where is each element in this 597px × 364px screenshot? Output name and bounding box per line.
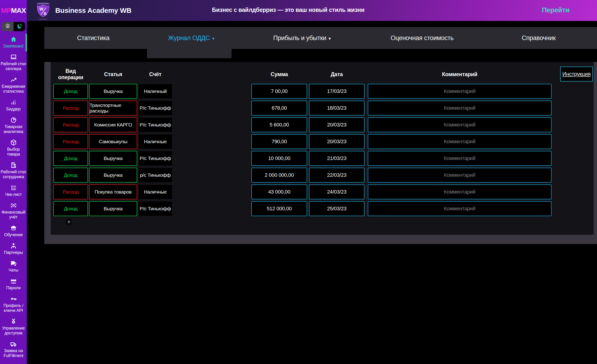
tab-reference[interactable]: Справочник (480, 27, 597, 49)
partner-icon (10, 242, 17, 249)
sidebar-item-passwords[interactable]: Пароли (0, 278, 27, 290)
mpmax-logo: MPMAX (0, 0, 27, 21)
sidebar-item-bidder[interactable]: Биддер (0, 99, 27, 112)
table-row: ДоходВыручкаНаличный7 00,0017/03/23 (53, 84, 594, 99)
sidebar-item-employee-desk[interactable]: Рабочий стол сотрудника (0, 162, 27, 179)
account-cell[interactable]: Р/с Тинькофф (138, 151, 172, 166)
operation-type-cell[interactable]: Доход (53, 151, 88, 166)
tab-profit-loss[interactable]: Прибыль и убытки▾ (240, 27, 364, 49)
sidebar-item-label: Партнеры (0, 250, 27, 255)
comment-cell[interactable] (368, 168, 551, 182)
date-cell[interactable]: 20/03/23 (309, 117, 364, 132)
sidebar-item-profile-api[interactable]: Профиль / ключи API (0, 295, 27, 313)
go-button[interactable]: Перейти (540, 6, 571, 14)
table-row: ДоходВыручкаР/с Тинькофф10 000,0021/03/2… (53, 151, 594, 166)
sum-cell[interactable]: 10 000,00 (251, 151, 307, 166)
comment-input[interactable] (373, 189, 546, 195)
sidebar-item-product-analytics[interactable]: Товарная аналитика (0, 116, 27, 134)
date-cell[interactable]: 24/03/23 (309, 184, 364, 199)
article-cell[interactable]: Выручка (89, 151, 137, 166)
sidebar-item-chats[interactable]: Чаты (0, 260, 27, 273)
sum-cell[interactable]: 678,00 (251, 101, 307, 115)
comment-cell[interactable] (368, 101, 551, 115)
operation-type-cell[interactable]: Расход (53, 101, 88, 115)
operation-type-cell[interactable]: Доход (53, 168, 88, 182)
article-cell[interactable]: Транспортные расходы (89, 101, 137, 115)
sidebar-item-seller-desk[interactable]: Рабочий стол селлера (0, 53, 27, 71)
account-cell[interactable]: р/с Тинькофф (138, 168, 172, 182)
article-cell[interactable]: Выручка (89, 201, 137, 216)
account-cell[interactable]: Р/с Тинькофф (138, 101, 172, 115)
top-header: BUSINESS ACADEMY W B INTERNATIONAL Busin… (27, 0, 597, 21)
tab-statistics[interactable]: Статистика (44, 27, 142, 49)
comment-input[interactable] (373, 205, 546, 212)
sidebar-item-product-selection[interactable]: Выбор товара (0, 139, 27, 157)
wb-shield-logo: BUSINESS ACADEMY W B INTERNATIONAL (35, 1, 52, 21)
sidebar-item-finance[interactable]: Финансовый учёт (0, 202, 27, 220)
operation-type-cell[interactable]: Доход (53, 201, 88, 216)
sum-cell[interactable]: 790,00 (251, 134, 307, 149)
operation-type-cell[interactable]: Расход (53, 134, 88, 149)
shield-caption: INTERNATIONAL (39, 19, 47, 20)
account-cell[interactable]: Наличные (138, 134, 172, 149)
comment-cell[interactable] (368, 117, 551, 132)
sum-cell[interactable]: 43 000,00 (251, 184, 307, 199)
light-theme-button[interactable] (2, 22, 14, 31)
sidebar-item-dashboard[interactable]: Dashboard (0, 36, 27, 49)
article-cell[interactable]: Покупка товаров (89, 184, 137, 199)
sidebar-item-daily-stats[interactable]: Ежедневная статистика (0, 76, 27, 94)
comment-input[interactable] (373, 105, 546, 111)
comment-input[interactable] (373, 172, 546, 178)
article-cell[interactable]: Комиссия КАРГО (89, 117, 137, 132)
add-row-button[interactable]: + (65, 219, 72, 225)
instruction-button[interactable]: Инструкция (560, 67, 593, 82)
account-cell[interactable]: Наличные (138, 184, 172, 199)
date-cell[interactable]: 17/03/23 (309, 84, 364, 99)
comment-cell[interactable] (368, 134, 551, 149)
sidebar-item-education[interactable]: Обучение (0, 225, 27, 237)
article-cell[interactable]: Выручка (89, 84, 137, 99)
sidebar-item-fulfillment[interactable]: Заявка на FulFillment (0, 341, 27, 358)
comment-input[interactable] (373, 138, 546, 145)
operation-type-cell[interactable]: Доход (53, 84, 88, 99)
active-tab-notch (147, 49, 232, 58)
sidebar-item-partners[interactable]: Партнеры (0, 242, 27, 255)
article-cell[interactable]: Выручка (89, 168, 137, 182)
sum-cell[interactable]: 7 00,00 (251, 84, 307, 99)
comment-cell[interactable] (368, 151, 551, 166)
shield-w-letter: W (40, 7, 44, 11)
table-row: ДоходВыручкаР/с Тинькофф512 000,0025/03/… (53, 201, 594, 216)
operation-type-cell[interactable]: Расход (53, 117, 88, 132)
date-cell[interactable]: 20/03/23 (309, 134, 364, 149)
date-cell[interactable]: 25/03/23 (309, 201, 364, 216)
comment-cell[interactable] (368, 201, 551, 216)
box-icon (10, 139, 17, 146)
column-header-article: Статья (89, 71, 137, 77)
comment-input[interactable] (373, 155, 546, 162)
tab-odds-journal[interactable]: Журнал ОДДС▾ (142, 27, 240, 49)
account-cell[interactable]: Р/с Тинькофф (138, 201, 172, 216)
dark-theme-button[interactable] (14, 22, 25, 31)
main-area: СтатистикаЖурнал ОДДС▾Прибыль и убытки▾О… (44, 27, 597, 244)
sum-cell[interactable]: 2 000 000,00 (251, 168, 307, 182)
account-cell[interactable]: Наличный (138, 84, 172, 99)
sum-cell[interactable]: 512 000,00 (251, 201, 307, 216)
operation-type-cell[interactable]: Расход (53, 184, 88, 199)
date-cell[interactable]: 22/03/23 (309, 168, 364, 182)
date-cell[interactable]: 21/03/23 (309, 151, 364, 166)
comment-cell[interactable] (368, 184, 551, 199)
medal-icon (10, 318, 17, 325)
account-cell[interactable]: Р/с Тинькофф (138, 117, 172, 132)
table-row: РасходКомиссия КАРГОР/с Тинькофф5 600,00… (53, 117, 594, 132)
comment-cell[interactable] (368, 84, 551, 99)
sidebar-item-checklist[interactable]: Чек-лист (0, 184, 27, 197)
tab-valuation[interactable]: Оценочная стоимость (364, 27, 480, 49)
sidebar-item-access-control[interactable]: Управление доступом (0, 318, 27, 336)
date-cell[interactable]: 18/03/23 (309, 101, 364, 115)
comment-input[interactable] (373, 88, 546, 95)
app-title: Business Academy WB (55, 7, 132, 15)
comment-input[interactable] (373, 121, 546, 128)
password-icon (10, 278, 17, 285)
article-cell[interactable]: Самовыкупы (89, 134, 137, 149)
sum-cell[interactable]: 5 600,00 (251, 117, 307, 132)
